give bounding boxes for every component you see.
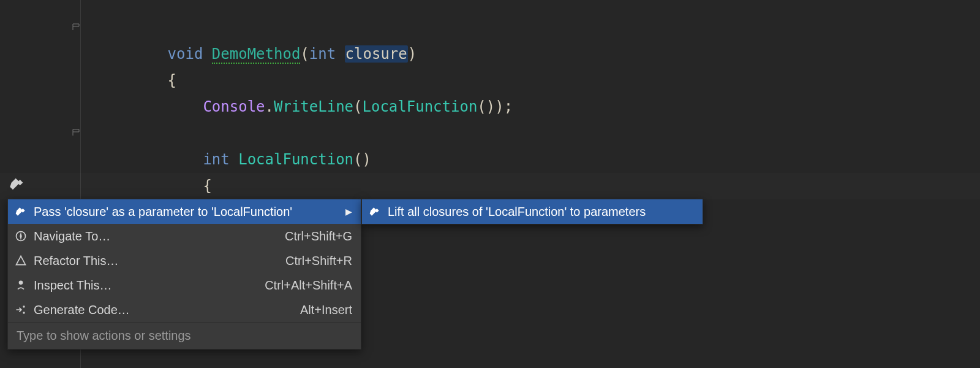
inspector-icon [14,278,28,292]
quick-actions-submenu: Lift all closures of 'LocalFunction' to … [361,199,703,224]
menu-search-placeholder: Type to show actions or settings [17,329,191,343]
code-line[interactable]: Console.WriteLine(LocalFunction()); [97,67,513,94]
submenu-arrow-icon: ▶ [345,207,352,217]
pencil-triangle-icon [14,254,28,267]
menu-item-inspect-this[interactable]: Inspect This… Ctrl+Alt+Shift+A [8,273,361,297]
generate-icon [14,303,28,316]
menu-item-label: Navigate To… [34,229,254,243]
menu-item-shortcut: Ctrl+Alt+Shift+A [265,278,352,293]
menu-item-shortcut: Ctrl+Shift+G [285,229,352,243]
code-line[interactable]: return closure; [97,173,372,199]
method-name[interactable]: DemoMethod [212,45,301,64]
menu-search-input[interactable]: Type to show actions or settings [8,322,361,349]
menu-item-label: Refactor This… [34,254,255,268]
menu-item-label: Pass 'closure' as a parameter to 'LocalF… [34,205,331,219]
fold-toggle-icon[interactable] [72,128,80,135]
quick-actions-menu: Pass 'closure' as a parameter to 'LocalF… [7,199,361,350]
hammer-icon [368,205,382,218]
code-line[interactable]: { [97,147,212,173]
hammer-icon [14,205,28,218]
code-editor[interactable]: void DemoMethod(int closure) { Console.W… [0,0,980,368]
submenu-item-lift-closures[interactable]: Lift all closures of 'LocalFunction' to … [362,199,703,224]
svg-point-2 [23,305,24,307]
menu-item-shortcut: Ctrl+Shift+R [285,254,352,268]
svg-point-1 [19,281,23,285]
svg-point-3 [23,312,24,313]
code-line[interactable]: { [97,41,176,67]
menu-item-navigate-to[interactable]: Navigate To… Ctrl+Shift+G [8,224,361,248]
menu-item-pass-closure[interactable]: Pass 'closure' as a parameter to 'LocalF… [8,199,361,224]
menu-item-generate-code[interactable]: Generate Code… Alt+Insert [8,297,361,322]
menu-item-refactor-this[interactable]: Refactor This… Ctrl+Shift+R [8,248,361,273]
menu-item-label: Generate Code… [34,303,270,317]
compass-icon [14,229,28,243]
menu-item-label: Inspect This… [34,278,234,293]
parameter-closure[interactable]: closure [345,45,408,63]
code-line[interactable]: int LocalFunction() [97,120,371,147]
fold-toggle-icon[interactable] [72,22,80,29]
menu-item-label: Lift all closures of 'LocalFunction' to … [388,205,694,219]
menu-item-shortcut: Alt+Insert [300,303,352,317]
code-line[interactable]: void DemoMethod(int closure) [97,15,417,41]
